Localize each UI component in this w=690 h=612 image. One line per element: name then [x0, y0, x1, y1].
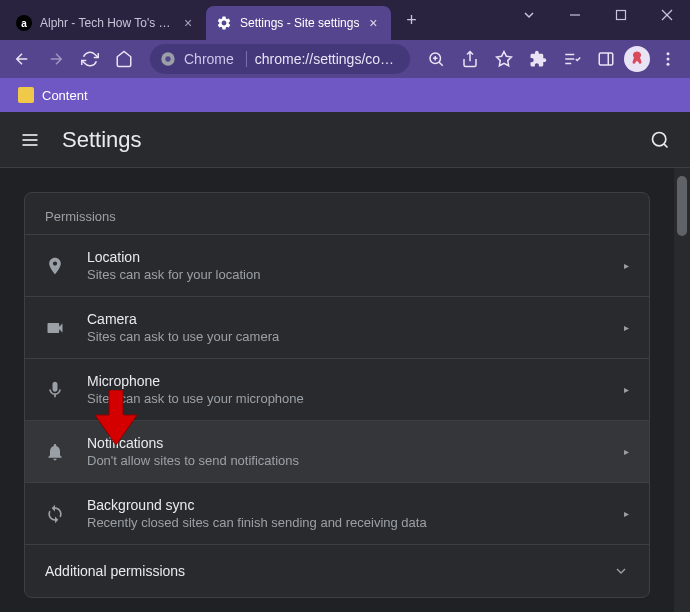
reload-button[interactable] — [74, 43, 106, 75]
reading-list-icon[interactable] — [556, 43, 588, 75]
titlebar: a Alphr - Tech How To's & G × Settings -… — [0, 0, 690, 40]
permission-text: Background sync Recently closed sites ca… — [87, 497, 624, 530]
chevron-down-icon — [613, 563, 629, 579]
svg-point-22 — [653, 132, 666, 145]
sync-icon — [45, 504, 65, 524]
minimize-button[interactable] — [552, 0, 598, 30]
zoom-icon[interactable] — [420, 43, 452, 75]
tab-settings[interactable]: Settings - Site settings × — [206, 6, 391, 40]
permission-title: Notifications — [87, 435, 624, 451]
svg-line-9 — [439, 62, 443, 66]
scrollbar[interactable] — [674, 168, 690, 612]
hamburger-menu-icon[interactable] — [18, 128, 42, 152]
new-tab-button[interactable]: + — [397, 6, 425, 34]
permission-text: Location Sites can ask for your location — [87, 249, 624, 282]
chevron-right-icon: ▸ — [624, 508, 629, 519]
chevron-right-icon: ▸ — [624, 446, 629, 457]
page-title: Settings — [62, 127, 648, 153]
window-controls — [506, 0, 690, 34]
permission-notifications[interactable]: Notifications Don't allow sites to send … — [25, 420, 649, 482]
content-wrapper: Permissions Location Sites can ask for y… — [0, 168, 690, 612]
camera-icon — [45, 318, 65, 338]
permission-text: Camera Sites can ask to use your camera — [87, 311, 624, 344]
svg-rect-1 — [617, 11, 626, 20]
permission-text: Notifications Don't allow sites to send … — [87, 435, 624, 468]
close-icon[interactable]: × — [365, 15, 381, 31]
bookmark-star-icon[interactable] — [488, 43, 520, 75]
share-icon[interactable] — [454, 43, 486, 75]
svg-line-23 — [664, 143, 668, 147]
permission-title: Microphone — [87, 373, 624, 389]
permission-desc: Sites can ask for your location — [87, 267, 624, 282]
profile-avatar[interactable] — [624, 46, 650, 72]
svg-point-18 — [667, 63, 670, 66]
permission-title: Location — [87, 249, 624, 265]
svg-marker-10 — [497, 52, 512, 66]
chevron-right-icon: ▸ — [624, 322, 629, 333]
mic-icon — [45, 380, 65, 400]
chevron-down-icon[interactable] — [506, 0, 552, 30]
additional-title: Additional permissions — [45, 563, 613, 579]
forward-button[interactable] — [40, 43, 72, 75]
home-button[interactable] — [108, 43, 140, 75]
permission-desc: Don't allow sites to send notifications — [87, 453, 624, 468]
folder-icon — [18, 87, 34, 103]
permission-background-sync[interactable]: Background sync Recently closed sites ca… — [25, 482, 649, 544]
url-text: chrome://settings/co… — [255, 51, 394, 67]
back-button[interactable] — [6, 43, 38, 75]
url-prefix: Chrome — [184, 51, 234, 67]
svg-rect-14 — [599, 53, 613, 65]
permission-microphone[interactable]: Microphone Sites can ask to use your mic… — [25, 358, 649, 420]
toolbar: Chrome chrome://settings/co… — [0, 40, 690, 78]
chevron-right-icon: ▸ — [624, 260, 629, 271]
menu-dots-icon[interactable] — [652, 43, 684, 75]
close-window-button[interactable] — [644, 0, 690, 30]
tab-alphr[interactable]: a Alphr - Tech How To's & G × — [6, 6, 206, 40]
svg-point-5 — [165, 56, 170, 61]
permission-desc: Sites can ask to use your camera — [87, 329, 624, 344]
chrome-icon — [160, 51, 176, 67]
chevron-right-icon: ▸ — [624, 384, 629, 395]
tab-title: Alphr - Tech How To's & G — [40, 16, 174, 30]
search-icon[interactable] — [648, 128, 672, 152]
content: Permissions Location Sites can ask for y… — [0, 168, 674, 612]
settings-header: Settings — [0, 112, 690, 168]
permissions-card: Permissions Location Sites can ask for y… — [24, 192, 650, 598]
permission-camera[interactable]: Camera Sites can ask to use your camera … — [25, 296, 649, 358]
location-icon — [45, 256, 65, 276]
permission-title: Background sync — [87, 497, 624, 513]
omnibox[interactable]: Chrome chrome://settings/co… — [150, 44, 410, 74]
bell-icon — [45, 442, 65, 462]
section-title: Permissions — [25, 193, 649, 234]
bookmark-content[interactable]: Content — [10, 83, 96, 107]
close-icon[interactable]: × — [180, 15, 196, 31]
alphr-favicon: a — [16, 15, 32, 31]
svg-point-16 — [667, 52, 670, 55]
separator — [246, 51, 247, 67]
tabs: a Alphr - Tech How To's & G × Settings -… — [6, 6, 391, 40]
maximize-button[interactable] — [598, 0, 644, 30]
scrollbar-thumb[interactable] — [677, 176, 687, 236]
permission-text: Microphone Sites can ask to use your mic… — [87, 373, 624, 406]
permission-desc: Recently closed sites can finish sending… — [87, 515, 624, 530]
gear-icon — [216, 15, 232, 31]
tab-title: Settings - Site settings — [240, 16, 359, 30]
permission-location[interactable]: Location Sites can ask for your location… — [25, 234, 649, 296]
permission-title: Camera — [87, 311, 624, 327]
bookmark-label: Content — [42, 88, 88, 103]
side-panel-icon[interactable] — [590, 43, 622, 75]
svg-point-17 — [667, 58, 670, 61]
additional-permissions[interactable]: Additional permissions — [25, 544, 649, 597]
permission-desc: Sites can ask to use your microphone — [87, 391, 624, 406]
bookmarks-bar: Content — [0, 78, 690, 112]
extensions-icon[interactable] — [522, 43, 554, 75]
